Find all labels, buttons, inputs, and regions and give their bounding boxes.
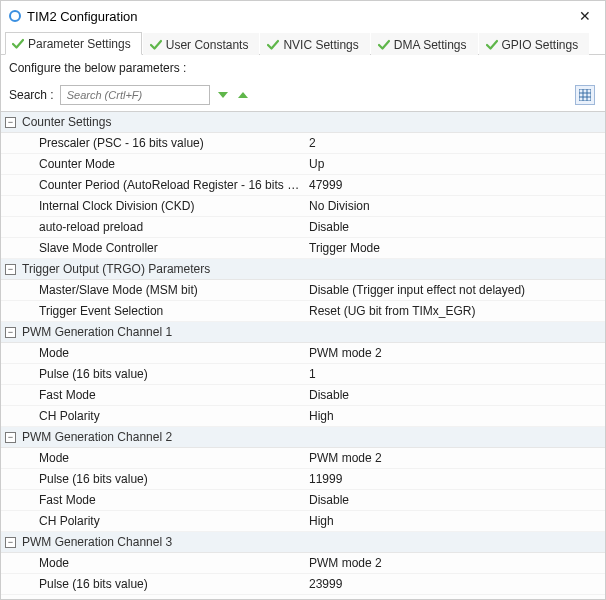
property-value[interactable]: Up (309, 157, 605, 171)
property-row[interactable]: Fast ModeDisable (1, 385, 605, 406)
check-icon (150, 39, 162, 51)
search-next-button[interactable] (216, 88, 230, 102)
parameter-grid[interactable]: −Counter SettingsPrescaler (PSC - 16 bit… (1, 111, 605, 600)
property-row[interactable]: Pulse (16 bits value)11999 (1, 469, 605, 490)
property-row[interactable]: Fast ModeDisable (1, 490, 605, 511)
property-name: Master/Slave Mode (MSM bit) (39, 283, 309, 297)
property-row[interactable]: Counter Period (AutoReload Register - 16… (1, 175, 605, 196)
property-value[interactable]: Disable (309, 388, 605, 402)
property-row[interactable]: Slave Mode ControllerTrigger Mode (1, 238, 605, 259)
group-header[interactable]: −PWM Generation Channel 1 (1, 322, 605, 343)
property-name: Fast Mode (39, 388, 309, 402)
collapse-icon[interactable]: − (5, 264, 16, 275)
property-name: Mode (39, 346, 309, 360)
property-row[interactable]: Prescaler (PSC - 16 bits value)2 (1, 133, 605, 154)
property-value[interactable]: High (309, 409, 605, 423)
svg-marker-1 (238, 92, 248, 98)
property-row[interactable]: Counter ModeUp (1, 154, 605, 175)
app-icon (9, 10, 21, 22)
check-icon (378, 39, 390, 51)
group-header[interactable]: −PWM Generation Channel 2 (1, 427, 605, 448)
collapse-icon[interactable]: − (5, 327, 16, 338)
property-row[interactable]: Trigger Event SelectionReset (UG bit fro… (1, 301, 605, 322)
property-name: Fast Mode (39, 493, 309, 507)
property-row[interactable]: ModePWM mode 2 (1, 553, 605, 574)
property-name: Prescaler (PSC - 16 bits value) (39, 136, 309, 150)
group-label: PWM Generation Channel 1 (22, 325, 172, 339)
property-row[interactable]: Internal Clock Division (CKD)No Division (1, 196, 605, 217)
property-row[interactable]: ModePWM mode 2 (1, 448, 605, 469)
property-row[interactable]: CH PolarityHigh (1, 406, 605, 427)
svg-marker-0 (218, 92, 228, 98)
property-value[interactable]: Disable (309, 220, 605, 234)
property-name: Counter Period (AutoReload Register - 16… (39, 178, 309, 192)
property-name: Counter Mode (39, 157, 309, 171)
property-row[interactable]: Master/Slave Mode (MSM bit)Disable (Trig… (1, 280, 605, 301)
group-header[interactable]: −Trigger Output (TRGO) Parameters (1, 259, 605, 280)
group-label: PWM Generation Channel 3 (22, 535, 172, 549)
tab-gpio-settings[interactable]: GPIO Settings (479, 33, 590, 55)
tab-parameter-settings[interactable]: Parameter Settings (5, 32, 142, 55)
group-label: Counter Settings (22, 115, 111, 129)
collapse-icon[interactable]: − (5, 432, 16, 443)
property-value[interactable]: No Division (309, 199, 605, 213)
collapse-icon[interactable]: − (5, 117, 16, 128)
tab-nvic-settings[interactable]: NVIC Settings (260, 33, 369, 55)
property-value[interactable]: 1 (309, 367, 605, 381)
search-bar: Search : (1, 83, 605, 111)
tab-label: GPIO Settings (502, 38, 579, 52)
tab-bar: Parameter SettingsUser ConstantsNVIC Set… (1, 29, 605, 55)
tab-label: DMA Settings (394, 38, 467, 52)
property-value[interactable]: 47999 (309, 178, 605, 192)
property-value[interactable]: High (309, 514, 605, 528)
property-name: Mode (39, 556, 309, 570)
property-name: CH Polarity (39, 514, 309, 528)
group-label: Trigger Output (TRGO) Parameters (22, 262, 210, 276)
property-name: Pulse (16 bits value) (39, 577, 309, 591)
check-icon (12, 38, 24, 50)
check-icon (486, 39, 498, 51)
property-row[interactable]: CH PolarityHigh (1, 511, 605, 532)
close-button[interactable]: ✕ (575, 8, 595, 24)
svg-rect-2 (579, 89, 591, 101)
property-value[interactable]: Trigger Mode (309, 241, 605, 255)
group-header[interactable]: −PWM Generation Channel 3 (1, 532, 605, 553)
property-value[interactable]: PWM mode 2 (309, 556, 605, 570)
property-value[interactable]: 23999 (309, 577, 605, 591)
property-value[interactable]: Disable (Trigger input effect not delaye… (309, 283, 605, 297)
grid-view-button[interactable] (575, 85, 595, 105)
tab-label: NVIC Settings (283, 38, 358, 52)
check-icon (267, 39, 279, 51)
titlebar: TIM2 Configuration ✕ (1, 1, 605, 29)
property-value[interactable]: PWM mode 2 (309, 451, 605, 465)
tab-user-constants[interactable]: User Constants (143, 33, 260, 55)
property-row[interactable]: ModePWM mode 2 (1, 343, 605, 364)
collapse-icon[interactable]: − (5, 537, 16, 548)
property-value[interactable]: 2 (309, 136, 605, 150)
group-header[interactable]: −Counter Settings (1, 112, 605, 133)
property-name: Internal Clock Division (CKD) (39, 199, 309, 213)
property-name: Pulse (16 bits value) (39, 472, 309, 486)
group-label: PWM Generation Channel 2 (22, 430, 172, 444)
property-row[interactable]: auto-reload preloadDisable (1, 217, 605, 238)
tab-label: Parameter Settings (28, 37, 131, 51)
property-value[interactable]: Disable (309, 493, 605, 507)
tab-label: User Constants (166, 38, 249, 52)
window-title: TIM2 Configuration (27, 9, 575, 24)
property-value[interactable]: PWM mode 2 (309, 346, 605, 360)
search-label: Search : (9, 88, 54, 102)
tab-dma-settings[interactable]: DMA Settings (371, 33, 478, 55)
property-name: Slave Mode Controller (39, 241, 309, 255)
property-row[interactable]: Fast ModeDisable (1, 595, 605, 600)
property-value[interactable]: Reset (UG bit from TIMx_EGR) (309, 304, 605, 318)
property-name: CH Polarity (39, 409, 309, 423)
subheader-label: Configure the below parameters : (1, 55, 605, 83)
property-row[interactable]: Pulse (16 bits value)1 (1, 364, 605, 385)
property-name: auto-reload preload (39, 220, 309, 234)
property-name: Mode (39, 451, 309, 465)
property-value[interactable]: 11999 (309, 472, 605, 486)
property-row[interactable]: Pulse (16 bits value)23999 (1, 574, 605, 595)
search-prev-button[interactable] (236, 88, 250, 102)
search-input[interactable] (60, 85, 210, 105)
property-name: Trigger Event Selection (39, 304, 309, 318)
